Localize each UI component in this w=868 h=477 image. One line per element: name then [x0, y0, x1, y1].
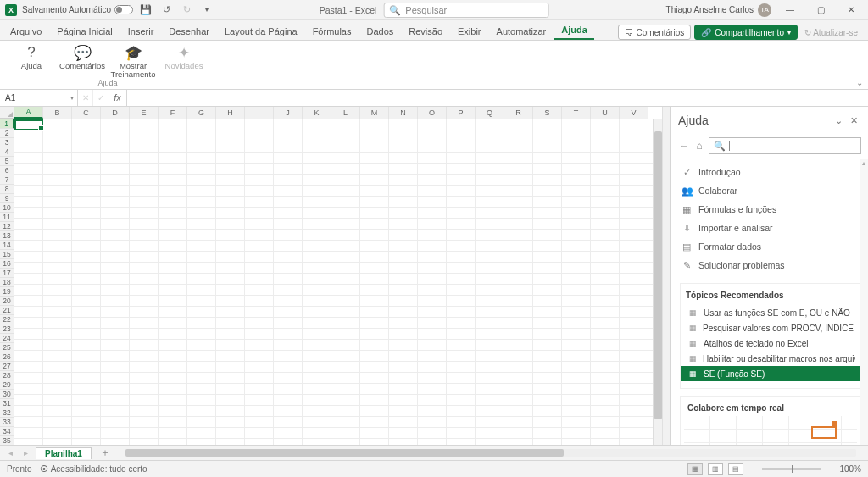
sheet-nav-prev-icon[interactable]: ◂: [5, 448, 15, 458]
comments-button[interactable]: 🗨 Comentários: [618, 25, 692, 40]
tab-revis-o[interactable]: Revisão: [402, 24, 449, 40]
chevron-down-icon[interactable]: ▾: [70, 94, 74, 102]
column-header[interactable]: M: [360, 107, 389, 119]
zoom-in-button[interactable]: +: [830, 464, 835, 474]
row-header[interactable]: 10: [0, 203, 14, 213]
column-header[interactable]: Q: [476, 107, 504, 119]
column-header[interactable]: I: [245, 107, 274, 119]
sheet-nav-next-icon[interactable]: ▸: [20, 448, 31, 458]
row-header[interactable]: 34: [0, 427, 14, 436]
help-topic[interactable]: ▦Usar as funções SE com E, OU e NÃO: [686, 305, 855, 320]
tab-ajuda[interactable]: Ajuda: [554, 22, 594, 40]
search-input[interactable]: 🔍 Pesquisar: [383, 3, 548, 18]
column-header[interactable]: R: [504, 107, 533, 119]
row-header[interactable]: 13: [0, 231, 14, 241]
spreadsheet-grid[interactable]: ABCDEFGHIJKLMNOPQRSTUV 12345678910111213…: [0, 107, 662, 445]
tab-dados[interactable]: Dados: [359, 24, 400, 40]
cells-area[interactable]: [14, 119, 653, 445]
row-header[interactable]: 22: [0, 315, 14, 324]
row-header[interactable]: 21: [0, 306, 14, 315]
tab-desenhar[interactable]: Desenhar: [162, 24, 216, 40]
help-category[interactable]: ✓Introdução: [675, 163, 866, 181]
row-header[interactable]: 29: [0, 380, 14, 390]
column-header[interactable]: O: [418, 107, 447, 119]
row-header[interactable]: 23: [0, 324, 14, 334]
row-header[interactable]: 27: [0, 362, 14, 371]
help-dropdown-icon[interactable]: ⌄: [831, 115, 846, 126]
row-header[interactable]: 35: [0, 436, 14, 445]
row-header[interactable]: 11: [0, 213, 14, 222]
tab-exibir[interactable]: Exibir: [451, 24, 488, 40]
help-topic[interactable]: ▦Pesquisar valores com PROCV, INDICE ou …: [686, 320, 855, 336]
help-topic[interactable]: ▦Atalhos de teclado no Excel: [686, 336, 855, 351]
horizontal-scrollbar[interactable]: [125, 449, 856, 457]
column-header[interactable]: E: [130, 107, 159, 119]
column-header[interactable]: N: [389, 107, 418, 119]
autosave-switch-icon[interactable]: [114, 5, 133, 14]
column-header[interactable]: J: [274, 107, 303, 119]
row-header[interactable]: 8: [0, 185, 14, 194]
row-header[interactable]: 25: [0, 343, 14, 352]
row-header[interactable]: 20: [0, 297, 14, 306]
share-button[interactable]: 🔗 Compartilhamento ▾: [694, 25, 798, 40]
zoom-slider[interactable]: [762, 468, 821, 470]
help-search-input[interactable]: 🔍: [709, 137, 861, 154]
row-header[interactable]: 9: [0, 194, 14, 203]
column-header[interactable]: A: [14, 107, 43, 119]
tab-arquivo[interactable]: Arquivo: [3, 24, 48, 40]
zoom-level[interactable]: 100%: [839, 464, 861, 474]
column-header[interactable]: D: [101, 107, 130, 119]
ribbon-mostrar-treinamento-button[interactable]: 🎓MostrarTreinamento: [110, 44, 156, 79]
row-header[interactable]: 6: [0, 166, 14, 175]
row-header[interactable]: 4: [0, 147, 14, 157]
column-header[interactable]: U: [591, 107, 620, 119]
pane-splitter[interactable]: [662, 107, 670, 445]
column-header[interactable]: T: [562, 107, 591, 119]
row-header[interactable]: 12: [0, 222, 14, 231]
row-header[interactable]: 15: [0, 250, 14, 259]
column-header[interactable]: H: [216, 107, 245, 119]
column-header[interactable]: K: [303, 107, 331, 119]
help-topic[interactable]: ▦SE (Função SE): [681, 366, 860, 381]
help-category[interactable]: ✎Solucionar problemas: [675, 256, 866, 275]
zoom-out-button[interactable]: −: [748, 464, 754, 474]
tab-automatizar[interactable]: Automatizar: [490, 24, 554, 40]
help-category[interactable]: ▦Fórmulas e funções: [675, 200, 866, 219]
row-header[interactable]: 3: [0, 138, 14, 147]
row-header[interactable]: 26: [0, 352, 14, 362]
tab-inserir[interactable]: Inserir: [121, 24, 161, 40]
row-header[interactable]: 32: [0, 408, 14, 418]
tab-layout-da-p-gina[interactable]: Layout da Página: [218, 24, 304, 40]
help-category[interactable]: ⇩Importar e analisar: [675, 219, 866, 237]
column-header[interactable]: B: [43, 107, 72, 119]
tab-p-gina-inicial[interactable]: Página Inicial: [50, 24, 119, 40]
undo-icon[interactable]: ↺: [159, 3, 174, 18]
column-header[interactable]: P: [447, 107, 476, 119]
column-header[interactable]: S: [533, 107, 562, 119]
add-sheet-button[interactable]: ＋: [97, 446, 114, 460]
fx-icon[interactable]: fx: [108, 90, 127, 106]
row-header[interactable]: 24: [0, 334, 14, 343]
row-header[interactable]: 33: [0, 418, 14, 427]
view-page-layout-button[interactable]: ▥: [708, 463, 723, 475]
column-header[interactable]: C: [72, 107, 101, 119]
view-normal-button[interactable]: ▦: [687, 463, 703, 475]
row-header[interactable]: 14: [0, 241, 14, 250]
close-button[interactable]: ✕: [839, 0, 863, 20]
tab-f-rmulas[interactable]: Fórmulas: [306, 24, 359, 40]
help-close-icon[interactable]: ✕: [846, 115, 861, 126]
row-header[interactable]: 17: [0, 269, 14, 278]
row-header[interactable]: 5: [0, 157, 14, 166]
select-all-corner[interactable]: [0, 107, 14, 119]
help-category[interactable]: 👥Colaborar: [675, 181, 866, 200]
active-cell[interactable]: [14, 119, 43, 130]
ribbon-coment-rios-button[interactable]: 💬Comentários: [59, 44, 105, 79]
vertical-scrollbar[interactable]: [653, 119, 662, 445]
maximize-button[interactable]: ▢: [809, 0, 832, 20]
column-header[interactable]: G: [187, 107, 216, 119]
row-header[interactable]: 2: [0, 129, 14, 138]
formula-input[interactable]: [127, 90, 868, 106]
column-header[interactable]: F: [159, 107, 187, 119]
collapse-ribbon-icon[interactable]: ⌄: [856, 78, 863, 87]
accessibility-status[interactable]: ⦿ Acessibilidade: tudo certo: [40, 464, 147, 474]
